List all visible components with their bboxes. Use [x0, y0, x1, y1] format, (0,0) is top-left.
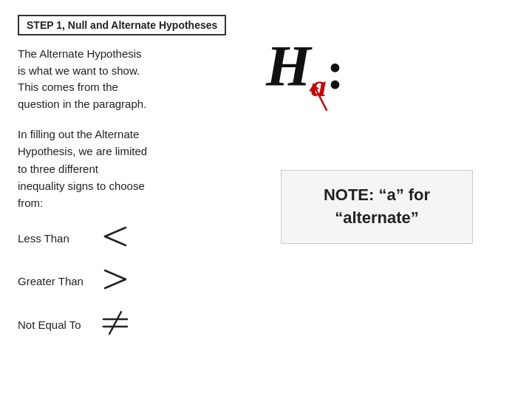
filling-line3: to three different [18, 163, 98, 175]
not-equal-icon [99, 310, 132, 335]
left-column: STEP 1, Null and Alternate Hypotheses Th… [18, 15, 232, 355]
greater-than-label: Greater Than [18, 275, 99, 287]
svg-line-0 [105, 228, 126, 236]
less-than-icon [99, 225, 129, 248]
less-than-symbol [99, 225, 129, 251]
note-box: NOTE: “a” for “alternate” [281, 170, 473, 244]
intro-text: The Alternate Hypothesis is what we want… [18, 46, 232, 112]
note-text: NOTE: “a” for “alternate” [324, 185, 430, 227]
filling-line1: In filling out the Alternate [18, 128, 139, 140]
step-header-label: STEP 1, Null and Alternate Hypotheses [27, 19, 217, 31]
inequality-list: Less Than Greater Than [18, 225, 232, 338]
arrow-icon [304, 69, 349, 114]
intro-line4: question in the paragraph. [18, 98, 146, 110]
less-than-item: Less Than [18, 225, 232, 251]
not-equal-item: Not Equal To [18, 310, 232, 338]
step-header: STEP 1, Null and Alternate Hypotheses [18, 15, 226, 35]
ha-notation-container: Ha: [266, 37, 344, 109]
svg-marker-8 [309, 84, 319, 92]
filling-text: In filling out the Alternate Hypothesis,… [18, 126, 232, 211]
not-equal-label: Not Equal To [18, 318, 99, 331]
filling-line2: Hypothesis, we are limited [18, 145, 147, 157]
right-column: Ha: [266, 37, 488, 123]
greater-than-icon [99, 267, 129, 291]
greater-than-item: Greater Than [18, 267, 232, 294]
not-equal-symbol [99, 310, 132, 338]
intro-line3: This comes from the [18, 81, 118, 93]
greater-than-symbol [99, 267, 129, 294]
intro-line2: is what we want to show. [18, 64, 140, 77]
slide-container: STEP 1, Null and Alternate Hypotheses Th… [0, 0, 532, 399]
filling-line4: inequality signs to choose [18, 180, 145, 192]
filling-line5: from: [18, 197, 43, 209]
svg-line-2 [105, 270, 126, 279]
svg-line-6 [109, 312, 121, 334]
svg-line-3 [105, 279, 126, 288]
intro-line1: The Alternate Hypothesis [18, 47, 142, 60]
less-than-label: Less Than [18, 232, 99, 245]
svg-line-1 [105, 236, 126, 245]
